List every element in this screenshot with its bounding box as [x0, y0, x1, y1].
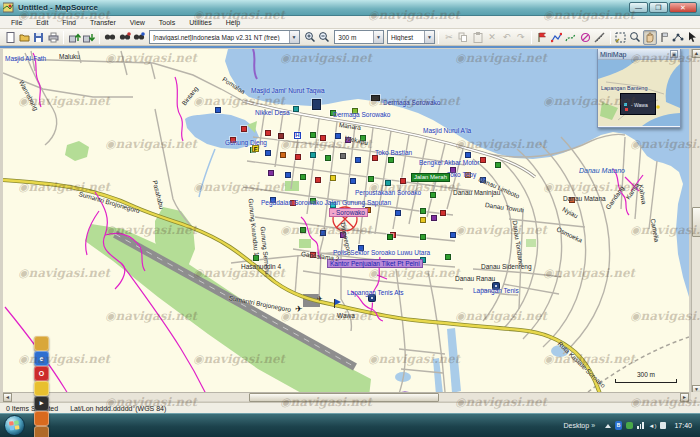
scroll-left-button[interactable]: ◄ — [3, 393, 12, 402]
vertical-scroll-thumb[interactable] — [692, 207, 700, 237]
poi-icon[interactable] — [315, 177, 321, 183]
poi-icon[interactable] — [440, 210, 446, 216]
taskbar-media-player[interactable]: ▸ — [34, 396, 49, 411]
scroll-right-button[interactable]: ► — [680, 393, 689, 402]
poi-icon[interactable] — [420, 217, 426, 223]
chevron-expand-icon[interactable]: » — [591, 422, 595, 429]
receive-from-device-button[interactable] — [82, 30, 96, 45]
distance-tool-button[interactable] — [592, 30, 606, 45]
new-file-button[interactable] — [3, 30, 17, 45]
cut-button[interactable]: ✂ — [442, 30, 456, 45]
taskbar-picasa[interactable] — [34, 426, 49, 437]
poi-icon[interactable] — [320, 230, 326, 236]
find-nearest-button[interactable] — [118, 30, 132, 45]
track-tool-button[interactable] — [564, 30, 578, 45]
poi-icon[interactable] — [355, 157, 361, 163]
zoom-out-button[interactable] — [317, 30, 331, 45]
save-button[interactable] — [32, 30, 46, 45]
fuel-icon[interactable]: F — [252, 145, 259, 152]
poi-icon[interactable] — [300, 174, 306, 180]
maximize-button[interactable]: ❐ — [649, 2, 668, 13]
join-points-tool-button[interactable] — [671, 30, 685, 45]
find-recent-button[interactable] — [132, 30, 146, 45]
taskbar-internet-explorer[interactable]: e — [34, 351, 49, 366]
horizontal-scrollbar[interactable]: ◄ ► — [3, 392, 689, 401]
poi-icon[interactable] — [450, 232, 456, 238]
taskbar-messenger[interactable] — [34, 381, 49, 396]
hand-pan-tool-button[interactable] — [643, 30, 657, 45]
menu-tools[interactable]: Tools — [152, 18, 182, 27]
menu-find[interactable]: Find — [55, 18, 83, 27]
poi-icon[interactable] — [420, 234, 426, 240]
taskbar-clock[interactable]: 17:40 — [674, 422, 692, 429]
poi-icon[interactable] — [368, 176, 374, 182]
poi-icon[interactable] — [293, 106, 299, 112]
redo-button[interactable]: ↷ — [514, 30, 528, 45]
desktop-toolbar-label[interactable]: Desktop — [563, 422, 589, 429]
find-button[interactable] — [103, 30, 117, 45]
minimap-body[interactable]: Lapangan Banteng - Wawa — [598, 60, 680, 126]
poi-icon[interactable] — [310, 152, 316, 158]
network-status-icon[interactable] — [626, 422, 633, 429]
menu-file[interactable]: File — [4, 18, 29, 27]
minimize-button[interactable]: — — [629, 2, 648, 13]
map-tool-button[interactable] — [614, 30, 628, 45]
map-scale-dropdown[interactable]: 300 m▼ — [334, 30, 384, 44]
taskbar-opera-browser[interactable]: O — [34, 366, 49, 381]
poi-icon[interactable] — [480, 157, 486, 163]
plane2-icon[interactable]: ✈ — [317, 295, 323, 302]
plane-icon[interactable]: ✈ — [295, 305, 303, 314]
poi-icon[interactable] — [465, 152, 471, 158]
send-to-device-button[interactable] — [67, 30, 81, 45]
menu-view[interactable]: View — [123, 18, 152, 27]
copy-button[interactable] — [456, 30, 470, 45]
minimap-close-button[interactable]: ▣ — [670, 50, 678, 58]
erase-tool-button[interactable] — [578, 30, 592, 45]
poi-icon[interactable] — [350, 178, 356, 184]
print-button[interactable] — [46, 30, 60, 45]
title-bar[interactable]: Untitled - MapSource — ❐ ✕ — [0, 0, 700, 16]
poi-icon[interactable] — [265, 130, 271, 136]
signal-strength-icon[interactable] — [637, 422, 645, 429]
people-icon[interactable] — [312, 99, 321, 110]
waypoint-tool-button[interactable] — [535, 30, 549, 45]
open-file-button[interactable] — [17, 30, 31, 45]
show-hidden-icons-button[interactable] — [605, 424, 611, 428]
vertical-scrollbar[interactable]: ▲ ▼ — [691, 49, 700, 394]
map-canvas[interactable]: HF✈✈ Masjid Al-FathMalukuWanrebongPomala… — [3, 49, 689, 394]
poi-icon[interactable] — [495, 162, 501, 168]
poi-icon[interactable] — [340, 153, 346, 159]
bluetooth-icon[interactable]: B — [615, 421, 622, 430]
poi-icon[interactable] — [430, 192, 436, 198]
map-detail-dropdown[interactable]: Highest▼ — [387, 30, 435, 44]
minimap-panel[interactable]: MiniMap ▣ Lapangan Banteng — [597, 49, 681, 128]
poi-icon[interactable] — [385, 180, 391, 186]
minimap-titlebar[interactable]: MiniMap ▣ — [598, 49, 680, 60]
delete-button[interactable]: ✕ — [485, 30, 499, 45]
zoom-tool-button[interactable] — [628, 30, 642, 45]
poi-icon[interactable] — [420, 208, 426, 214]
poi-icon[interactable] — [241, 126, 247, 132]
menu-help[interactable]: Help — [219, 18, 247, 27]
poi-icon[interactable] — [268, 170, 274, 176]
taskbar-firefox-browser[interactable] — [34, 411, 49, 426]
close-button[interactable]: ✕ — [669, 2, 697, 13]
menu-transfer[interactable]: Transfer — [83, 18, 123, 27]
dock-icon[interactable] — [371, 95, 380, 101]
poi-icon[interactable] — [395, 210, 401, 216]
minimap-view-rectangle[interactable]: - Wawa — [620, 93, 656, 115]
flag-icon[interactable] — [334, 299, 335, 308]
poi-icon[interactable] — [215, 107, 221, 113]
start-button[interactable] — [4, 415, 25, 436]
poi-icon[interactable] — [320, 135, 326, 141]
poi-icon[interactable] — [310, 132, 316, 138]
selection-arrow-tool-button[interactable] — [686, 30, 700, 45]
route-tool-button[interactable] — [549, 30, 563, 45]
taskbar-windows-explorer[interactable] — [34, 336, 49, 351]
menu-edit[interactable]: Edit — [29, 18, 55, 27]
poi-icon[interactable] — [295, 154, 301, 160]
scroll-up-button[interactable]: ▲ — [692, 49, 700, 58]
volume-icon[interactable]: ◄) — [649, 423, 657, 429]
menu-utilities[interactable]: Utilities — [182, 18, 219, 27]
poi-icon[interactable] — [278, 133, 284, 139]
